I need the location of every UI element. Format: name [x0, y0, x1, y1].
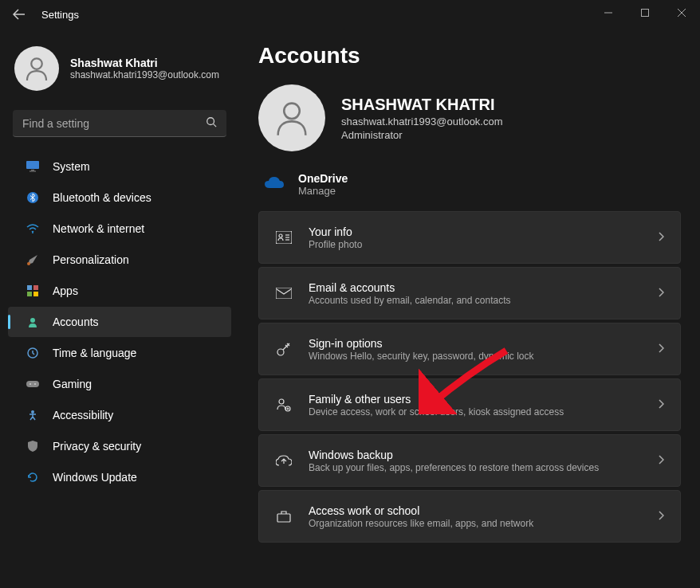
hero-avatar: [258, 84, 325, 151]
wifi-icon: [26, 221, 40, 236]
card-email-accounts[interactable]: Email & accounts Accounts used by email,…: [258, 267, 681, 319]
nav-item-accessibility[interactable]: Accessibility: [8, 400, 231, 430]
nav-item-system[interactable]: System: [8, 151, 231, 182]
svg-rect-35: [277, 514, 290, 522]
nav-item-time[interactable]: Time & language: [8, 338, 231, 368]
page-heading: Accounts: [258, 43, 681, 69]
svg-point-21: [34, 383, 36, 385]
card-your-info[interactable]: Your info Profile photo: [258, 211, 681, 264]
system-icon: [26, 159, 40, 174]
card-text: Sign-in options Windows Hello, security …: [309, 337, 658, 362]
nav-item-apps[interactable]: Apps: [8, 276, 231, 306]
shield-icon: [26, 439, 40, 453]
card-title: Access work or school: [309, 504, 658, 517]
nav-label: Accounts: [53, 316, 99, 328]
user-text: Shashwat Khatri shashwat.khatri1993@outl…: [70, 57, 219, 80]
onedrive-text: OneDrive Manage: [298, 172, 348, 197]
back-button[interactable]: [6, 2, 32, 27]
svg-point-12: [27, 262, 30, 265]
accessibility-icon: [26, 408, 40, 422]
close-button[interactable]: [663, 0, 700, 25]
accounts-icon: [26, 315, 40, 329]
nav-label: Network & internet: [53, 222, 144, 235]
card-text: Family & other users Device access, work…: [309, 393, 658, 417]
nav-item-gaming[interactable]: Gaming: [8, 369, 231, 399]
svg-point-5: [207, 117, 214, 124]
nav-list: System Bluetooth & devices Network & int…: [0, 151, 239, 492]
maximize-button[interactable]: [627, 0, 663, 25]
card-sub: Device access, work or school users, kio…: [309, 406, 658, 417]
nav-item-privacy[interactable]: Privacy & security: [8, 431, 231, 461]
nav-item-accounts[interactable]: Accounts: [8, 307, 231, 337]
card-title: Your info: [309, 225, 658, 238]
card-title: Family & other users: [309, 393, 658, 406]
nav-label: System: [53, 160, 90, 173]
svg-point-31: [279, 399, 284, 404]
card-signin-options[interactable]: Sign-in options Windows Hello, security …: [258, 323, 681, 375]
card-sub: Accounts used by email, calendar, and co…: [309, 295, 658, 306]
chevron-right-icon: [658, 453, 664, 468]
svg-rect-19: [26, 381, 39, 387]
nav-item-bluetooth[interactable]: Bluetooth & devices: [8, 182, 231, 213]
person-icon: [22, 54, 51, 83]
card-work-school[interactable]: Access work or school Organization resou…: [258, 490, 681, 543]
apps-icon: [26, 284, 40, 298]
hero-text: SHASHWAT KHATRI shashwat.khatri1993@outl…: [341, 96, 503, 141]
sidebar-user-block[interactable]: Shashwat Khatri shashwat.khatri1993@outl…: [0, 40, 239, 97]
bluetooth-icon: [26, 190, 40, 205]
brush-icon: [26, 253, 40, 267]
chevron-right-icon: [658, 398, 664, 412]
sidebar: Shashwat Khatri shashwat.khatri1993@outl…: [0, 29, 239, 588]
window-controls: [590, 0, 700, 25]
svg-line-6: [214, 123, 217, 127]
card-sub: Windows Hello, security key, password, d…: [309, 351, 658, 362]
avatar: [14, 46, 59, 91]
svg-point-11: [32, 232, 33, 233]
svg-point-4: [31, 58, 42, 69]
sidebar-user-email: shashwat.khatri1993@outlook.com: [70, 69, 219, 80]
nav-item-update[interactable]: Windows Update: [8, 462, 231, 492]
gaming-icon: [26, 377, 40, 391]
svg-point-20: [29, 383, 31, 385]
mail-icon: [275, 284, 293, 302]
person-icon: [271, 97, 313, 139]
briefcase-icon: [275, 508, 293, 525]
svg-point-25: [279, 234, 282, 237]
back-arrow-icon: [13, 8, 26, 21]
svg-point-17: [30, 318, 35, 323]
nav-label: Privacy & security: [53, 440, 141, 453]
nav-label: Personalization: [53, 253, 129, 266]
card-sub: Organization resources like email, apps,…: [309, 518, 658, 529]
card-windows-backup[interactable]: Windows backup Back up your files, apps,…: [258, 434, 681, 487]
maximize-icon: [641, 9, 649, 17]
svg-rect-7: [26, 161, 39, 169]
card-text: Windows backup Back up your files, apps,…: [309, 449, 658, 473]
family-icon: [275, 396, 293, 414]
card-sub: Profile photo: [309, 239, 658, 250]
minimize-icon: [604, 9, 612, 17]
card-family-users[interactable]: Family & other users Device access, work…: [258, 378, 681, 431]
search-box[interactable]: [13, 110, 226, 137]
nav-label: Windows Update: [53, 471, 137, 484]
card-text: Email & accounts Accounts used by email,…: [309, 281, 658, 306]
search-input[interactable]: [22, 117, 206, 130]
sidebar-user-name: Shashwat Khatri: [70, 57, 219, 69]
backup-icon: [275, 452, 293, 469]
onedrive-title: OneDrive: [298, 172, 348, 185]
svg-rect-16: [33, 292, 38, 296]
card-title: Sign-in options: [309, 337, 658, 350]
onedrive-action: Manage: [298, 185, 348, 197]
onedrive-row[interactable]: OneDrive Manage: [258, 167, 681, 211]
card-title: Windows backup: [309, 449, 658, 461]
search-icon: [206, 116, 217, 131]
minimize-button[interactable]: [590, 0, 627, 25]
card-sub: Back up your files, apps, preferences to…: [309, 462, 658, 473]
nav-label: Bluetooth & devices: [53, 191, 151, 204]
onedrive-icon: [265, 175, 284, 194]
nav-item-network[interactable]: Network & internet: [8, 214, 231, 244]
nav-item-personalization[interactable]: Personalization: [8, 245, 231, 275]
chevron-right-icon: [658, 230, 664, 245]
nav-label: Time & language: [53, 347, 136, 359]
chevron-right-icon: [658, 342, 664, 356]
svg-rect-29: [276, 288, 292, 299]
